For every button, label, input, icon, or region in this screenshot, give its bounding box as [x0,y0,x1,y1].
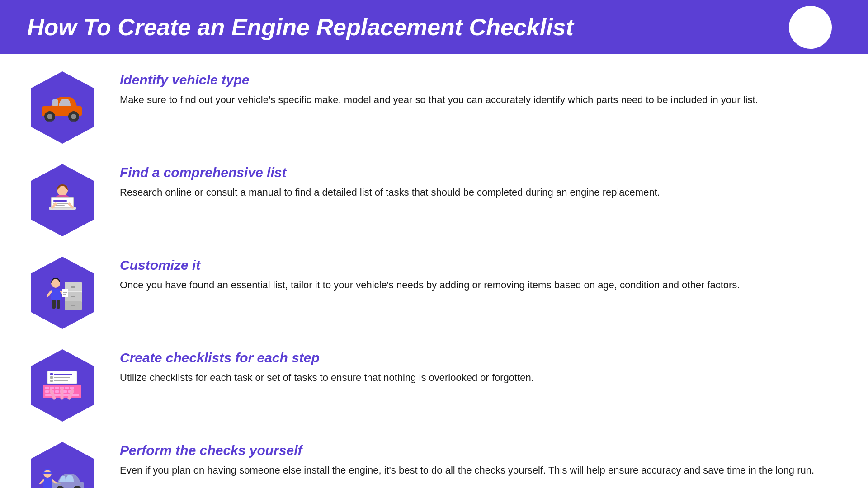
hexagon-wrapper-1 [27,68,97,147]
item-description-4: Utilize checklists for each task or set … [120,370,821,385]
svg-rect-27 [57,300,60,309]
svg-rect-21 [71,286,75,288]
svg-rect-42 [55,390,59,393]
svg-rect-52 [54,380,68,381]
svg-rect-25 [51,289,61,300]
item-text-5: Perform the checks yourself Even if you … [120,438,841,478]
hexagon-wrapper-5 [27,438,97,488]
svg-rect-36 [55,387,59,389]
svg-rect-31 [63,294,66,295]
svg-point-6 [71,114,76,119]
checklist-item-2: Find a comprehensive list Research onlin… [27,160,841,239]
svg-rect-61 [42,472,52,474]
svg-rect-49 [50,373,53,375]
hexagon-wrapper-2 [27,160,97,239]
item-text-2: Find a comprehensive list Research onlin… [120,160,841,200]
svg-rect-53 [50,380,53,382]
svg-rect-40 [45,390,49,393]
checklist-item-4: Create checklists for each step Utilize … [27,346,841,425]
hexagon-wrapper-4 [27,346,97,425]
svg-rect-63 [55,483,61,484]
item-title-2: Find a comprehensive list [120,165,841,180]
item-text-3: Customize it Once you have found an esse… [120,253,841,292]
svg-point-4 [47,114,52,119]
svg-rect-48 [54,374,72,375]
item-description-1: Make sure to find out your vehicle's spe… [120,92,821,107]
svg-rect-13 [53,200,67,202]
checklist-item-3: Customize it Once you have found an esse… [27,253,841,332]
svg-rect-62 [43,478,52,488]
item-title-5: Perform the checks yourself [120,443,841,458]
item-title-3: Customize it [120,258,841,273]
svg-rect-51 [50,376,53,379]
svg-rect-26 [52,300,56,309]
item-text-1: Identify vehicle type Make sure to find … [120,68,841,107]
svg-rect-34 [45,387,49,389]
svg-rect-23 [71,305,75,306]
hexagon-icon-3 [28,254,96,331]
item-description-2: Research online or consult a manual to f… [120,185,821,200]
item-title-1: Identify vehicle type [120,72,841,88]
checklist-item-5: Perform the checks yourself Even if you … [27,438,841,488]
svg-rect-30 [63,292,67,293]
checklist-item-1: Identify vehicle type Make sure to find … [27,68,841,147]
hexagon-icon-2 [28,162,96,239]
hexagon-icon-5 [28,440,96,488]
svg-rect-22 [71,296,75,297]
hexagon-wrapper-3 [27,253,97,332]
item-title-4: Create checklists for each step [120,350,841,366]
item-description-3: Once you have found an essential list, t… [120,277,821,292]
svg-rect-2 [52,99,58,106]
content-area: Identify vehicle type Make sure to find … [0,54,868,488]
svg-rect-38 [65,387,69,389]
header-circle-decoration [789,6,832,49]
page-title: How To Create an Engine Replacement Chec… [27,14,574,41]
svg-rect-50 [54,377,70,378]
svg-rect-35 [50,387,54,389]
item-description-5: Even if you plan on having someone else … [120,463,821,478]
svg-rect-29 [63,291,67,291]
item-text-4: Create checklists for each step Utilize … [120,346,841,385]
hexagon-icon-1 [28,69,96,146]
hexagon-icon-4 [28,347,96,424]
svg-rect-39 [70,387,74,389]
page-header: How To Create an Engine Replacement Chec… [0,0,868,54]
